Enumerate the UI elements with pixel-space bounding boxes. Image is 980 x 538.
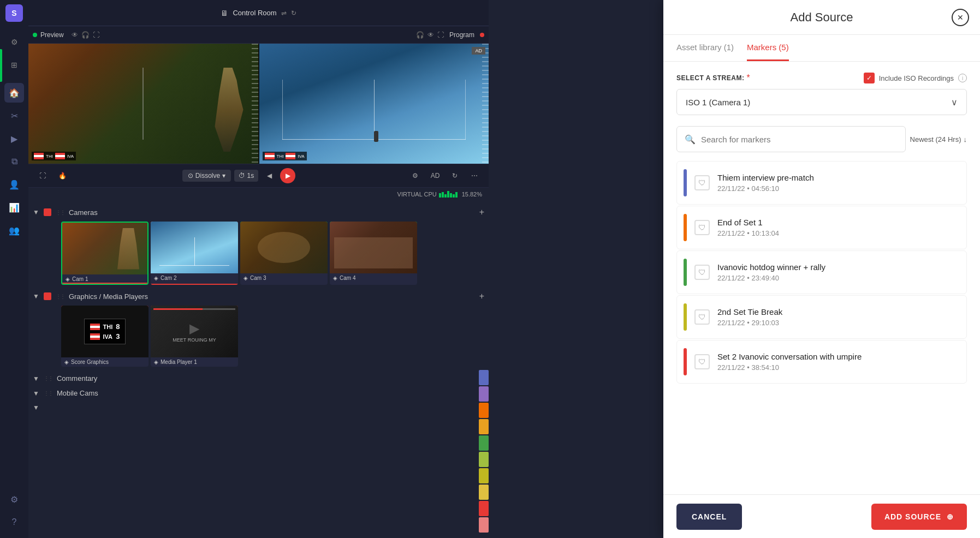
sidebar-item-group[interactable]: 👥 [4, 220, 24, 240]
sidebar-item-video[interactable]: ▶ [4, 129, 24, 148]
cameras-drag[interactable]: ⋮⋮ [56, 210, 64, 216]
fullscreen-btn[interactable]: ⛶ [35, 168, 50, 183]
dropdown-arrow-icon: ∨ [951, 97, 958, 107]
cam1-thumb[interactable]: ◈ Cam 1 [61, 222, 149, 285]
sidebar-item-users[interactable]: 👤 [4, 175, 24, 194]
sources-area: ▼ ⋮⋮ Cameras + ◈ Cam 1 [28, 201, 489, 538]
marker-1-info: Thiem interview pre-match 22/11/22 • 04:… [717, 173, 960, 193]
sidebar-item-grid[interactable]: ⊞ [4, 55, 24, 75]
preview-headphone-icon[interactable]: 🎧 [81, 31, 90, 39]
program-expand-icon[interactable]: ⛶ [437, 31, 444, 39]
more-btn[interactable]: ⋯ [467, 168, 482, 183]
preview-label: Preview 👁 🎧 ⛶ [33, 31, 99, 39]
cameras-collapse[interactable]: ▼ [33, 208, 39, 216]
sync-icon: ⇌ [281, 9, 287, 17]
preview-eye-icon[interactable]: 👁 [72, 31, 78, 39]
control-room-icon: 🖥 [221, 9, 228, 17]
sidebar-item-home[interactable]: 🏠 [4, 83, 24, 103]
cameras-group: ▼ ⋮⋮ Cameras + ◈ Cam 1 [28, 205, 489, 287]
preview-program-bar: Preview 👁 🎧 ⛶ 🎧 👁 ⛶ Program [28, 26, 489, 44]
cam1-bottom-line [62, 283, 147, 284]
cam2-thumb[interactable]: ◈ Cam 2 [151, 222, 238, 285]
cpu-bar-1 [439, 193, 441, 198]
strip-green [479, 435, 489, 451]
tab-asset-library[interactable]: Asset library (1) [676, 35, 734, 61]
marker-1-shield: 🛡 [694, 175, 710, 190]
include-iso-checkbox[interactable]: ✓ [864, 73, 875, 83]
stream-dropdown[interactable]: ISO 1 (Camera 1) ∨ [676, 89, 967, 115]
dissolve-arrow: ▾ [222, 172, 225, 180]
fire-btn[interactable]: 🔥 [55, 168, 70, 183]
media-player-label: ◈ Media Player 1 [151, 357, 238, 367]
marker-4-color [684, 303, 687, 331]
cameras-group-header: ▼ ⋮⋮ Cameras + [28, 205, 489, 219]
main-area: 🖥 Control Room ⇌ ↻ Preview 👁 🎧 ⛶ 🎧 👁 ⛶ P… [28, 0, 489, 538]
graphics-add[interactable]: + [479, 291, 484, 301]
refresh-btn[interactable]: ↻ [447, 168, 462, 183]
cameras-add[interactable]: + [479, 207, 484, 217]
cam3-thumb[interactable]: ◈ Cam 3 [240, 222, 328, 285]
search-input[interactable] [701, 135, 898, 144]
program-eye-icon[interactable]: 👁 [427, 31, 434, 39]
cpu-bar-3 [444, 194, 447, 198]
stream-label-row: SELECT A STREAM: * ✓ Include ISO Recordi… [676, 73, 967, 83]
marker-item-3[interactable]: 🛡 Ivanovic hotdog winner + rally 22/11/2… [676, 250, 967, 294]
info-icon[interactable]: i [958, 74, 967, 82]
ad-btn[interactable]: AD [427, 168, 443, 183]
score-video: THI 8 IVA 3 [61, 306, 149, 357]
cam4-thumb[interactable]: ◈ Cam 4 [330, 222, 417, 285]
cpu-percent: 15.82% [462, 191, 482, 198]
controls-bar: ⛶ 🔥 ⊙ Dissolve ▾ ⏱ 1s ◀ ▶ ⚙ AD ↻ ⋯ [28, 164, 489, 188]
marker-item-4[interactable]: 🛡 2nd Set Tie Break 22/11/22 • 29:10:03 [676, 295, 967, 339]
cpu-bars [439, 191, 458, 198]
next-btn[interactable]: ▶ [280, 168, 295, 183]
marker-item-2[interactable]: 🛡 End of Set 1 22/11/22 • 10:13:04 [676, 206, 967, 249]
sidebar-item-settings[interactable]: ⚙ [4, 489, 24, 509]
strip-orange [479, 403, 489, 418]
sidebar-item-layers[interactable]: ⧉ [4, 152, 24, 171]
score-graphics-thumb[interactable]: THI 8 IVA 3 ◈ Score Graphics [61, 306, 149, 367]
preview-expand-icon[interactable]: ⛶ [93, 31, 99, 39]
tab-markers[interactable]: Markers (5) [747, 35, 789, 61]
cam1-video [62, 223, 147, 274]
refresh-icon: ↻ [291, 9, 296, 17]
marker-2-time: 22/11/22 • 10:13:04 [717, 229, 960, 237]
cpu-label: VIRTUAL CPU [397, 191, 437, 198]
prev-btn[interactable]: ◀ [262, 168, 277, 183]
dissolve-btn[interactable]: ⊙ Dissolve ▾ [182, 170, 231, 182]
sort-btn[interactable]: Newest (24 Hrs) ↓ [910, 135, 967, 144]
sidebar-item-gear[interactable]: ⚙ [4, 32, 24, 52]
sidebar-item-help[interactable]: ? [4, 512, 24, 532]
program-panel[interactable]: THI IVA AD [259, 44, 489, 164]
modal-close-btn[interactable]: ✕ [952, 9, 969, 26]
cameras-color-bar [44, 208, 51, 216]
graphics-collapse[interactable]: ▼ [33, 292, 39, 300]
mobile-collapse[interactable]: ▼ [33, 390, 39, 397]
cancel-btn[interactable]: CANCEL [676, 504, 742, 530]
title-collapse[interactable]: ▼ [33, 404, 39, 411]
time-btn[interactable]: ⏱ 1s [234, 170, 258, 182]
graphics-thumb-grid: THI 8 IVA 3 ◈ Score Graphics [28, 303, 489, 369]
commentary-drag[interactable]: ⋮⋮ [44, 375, 52, 381]
marker-5-color [684, 348, 687, 375]
graphics-drag[interactable]: ⋮⋮ [56, 294, 64, 300]
search-icon: 🔍 [685, 134, 696, 145]
preview-panel[interactable]: THI IVA [28, 44, 258, 164]
marker-item-5[interactable]: 🛡 Set 2 Ivanovic conversation with umpir… [676, 340, 967, 384]
commentary-collapse[interactable]: ▼ [33, 375, 39, 382]
program-headphone-icon[interactable]: 🎧 [416, 31, 424, 39]
add-source-btn[interactable]: ADD SOURCE ⊕ [871, 504, 967, 530]
sidebar-item-chart[interactable]: 📊 [4, 198, 24, 217]
aut-flag2 [90, 333, 100, 340]
marker-item-1[interactable]: 🛡 Thiem interview pre-match 22/11/22 • 0… [676, 161, 967, 205]
app-logo: S [5, 4, 23, 22]
strip-pink [479, 517, 489, 533]
marker-4-time: 22/11/22 • 29:10:03 [717, 319, 960, 327]
media-player-thumb[interactable]: ▶ MEET ROUING MY ◈ Media Player 1 [151, 306, 238, 367]
cpu-bar-5 [450, 193, 452, 198]
marker-1-color [684, 169, 687, 196]
sidebar-item-cut[interactable]: ✂ [4, 106, 24, 125]
mobile-drag[interactable]: ⋮⋮ [44, 390, 52, 396]
strip-lime [479, 452, 489, 467]
settings-btn[interactable]: ⚙ [408, 168, 423, 183]
